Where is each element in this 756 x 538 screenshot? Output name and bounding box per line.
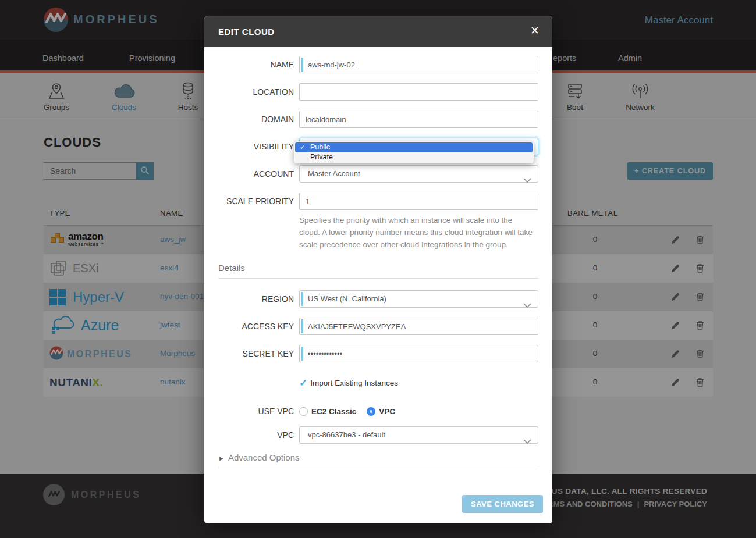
field-accent-bar — [301, 58, 303, 72]
import-existing-label: Import Existing Instances — [310, 379, 398, 387]
account-select-value: Master Account — [308, 169, 360, 178]
account-label: ACCOUNT — [204, 165, 294, 183]
edit-cloud-modal: EDIT CLOUD ✕ NAME LOCATION DOMAIN — [204, 16, 552, 523]
vpc-label: VPC — [204, 426, 294, 444]
location-label: LOCATION — [204, 83, 294, 101]
radio-ec2-classic[interactable] — [299, 407, 308, 416]
domain-label: DOMAIN — [204, 111, 294, 128]
access-key-label: ACCESS KEY — [204, 318, 294, 335]
chevron-down-icon — [523, 297, 531, 313]
vpc-select-value: vpc-86637be3 - default — [308, 430, 385, 439]
field-accent-bar — [301, 319, 303, 333]
details-section-header: Details — [218, 263, 245, 273]
divider — [218, 278, 538, 279]
radio-ec2-classic-label: EC2 Classic — [311, 407, 356, 416]
radio-vpc[interactable] — [367, 407, 375, 416]
vpc-select[interactable]: vpc-86637be3 - default — [299, 426, 538, 444]
field-accent-bar — [301, 347, 303, 361]
expand-arrow-icon: ► — [218, 455, 225, 462]
name-field[interactable] — [299, 56, 538, 73]
region-select-value: US West (N. California) — [308, 294, 386, 303]
check-icon: ✓ — [299, 377, 307, 389]
scale-priority-help: Specifies the priority with which an ins… — [299, 215, 534, 251]
access-key-field[interactable] — [299, 318, 538, 335]
scale-priority-field[interactable] — [299, 193, 538, 210]
name-label: NAME — [204, 56, 294, 73]
save-changes-button[interactable]: SAVE CHANGES — [462, 495, 543, 513]
chevron-down-icon — [523, 433, 531, 450]
visibility-dropdown-menu: ✓ Public Private — [294, 141, 534, 163]
account-select[interactable]: Master Account — [299, 165, 538, 183]
modal-header: EDIT CLOUD ✕ — [204, 16, 552, 47]
radio-vpc-label: VPC — [379, 407, 395, 416]
region-select[interactable]: US West (N. California) — [299, 290, 538, 308]
chevron-down-icon — [523, 172, 531, 188]
advanced-options-toggle[interactable]: ►Advanced Options — [218, 453, 299, 462]
field-accent-bar — [301, 292, 303, 306]
import-existing-checkbox[interactable]: ✓ Import Existing Instances — [299, 377, 398, 389]
location-field[interactable] — [299, 83, 538, 101]
secret-key-field[interactable] — [299, 345, 538, 362]
check-icon: ✓ — [300, 142, 305, 152]
app-screen: MORPHEUS Master Account Dashboard Provis… — [0, 0, 756, 538]
use-vpc-label: USE VPC — [204, 402, 294, 420]
domain-field[interactable] — [299, 111, 538, 128]
visibility-label: VISIBILITY — [204, 138, 294, 155]
dropdown-option-private[interactable]: Private — [295, 152, 533, 162]
dropdown-option-public[interactable]: ✓ Public — [295, 142, 533, 152]
scale-priority-label: SCALE PRIORITY — [204, 193, 294, 210]
close-icon[interactable]: ✕ — [530, 25, 540, 36]
secret-key-label: SECRET KEY — [204, 345, 294, 362]
divider — [218, 468, 538, 468]
modal-title: EDIT CLOUD — [218, 27, 275, 37]
region-label: REGION — [204, 290, 294, 308]
